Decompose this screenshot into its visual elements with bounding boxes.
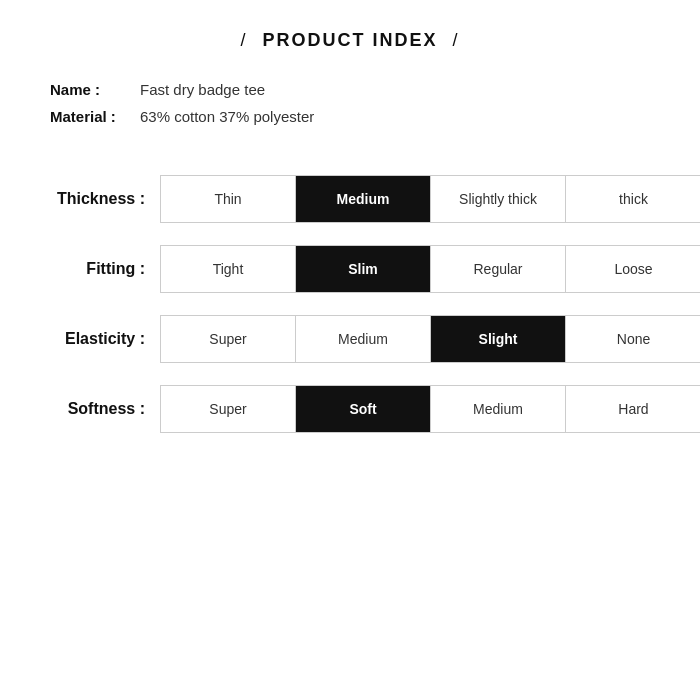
options-group-thickness: ThinMediumSlightly thickthick: [160, 175, 700, 223]
option-thickness-2[interactable]: Slightly thick: [431, 176, 566, 222]
title-text: PRODUCT INDEX: [262, 30, 437, 50]
material-value: 63% cotton 37% polyester: [140, 108, 314, 125]
option-elasticity-3[interactable]: None: [566, 316, 700, 362]
option-softness-2[interactable]: Medium: [431, 386, 566, 432]
index-label-elasticity: Elasticity :: [40, 330, 160, 348]
option-fitting-2[interactable]: Regular: [431, 246, 566, 292]
option-elasticity-2[interactable]: Slight: [431, 316, 566, 362]
name-row: Name : Fast dry badge tee: [50, 81, 660, 98]
option-thickness-0[interactable]: Thin: [161, 176, 296, 222]
option-softness-3[interactable]: Hard: [566, 386, 700, 432]
index-label-softness: Softness :: [40, 400, 160, 418]
option-softness-1[interactable]: Soft: [296, 386, 431, 432]
option-fitting-3[interactable]: Loose: [566, 246, 700, 292]
slash-left: /: [240, 30, 247, 50]
name-value: Fast dry badge tee: [140, 81, 265, 98]
index-label-fitting: Fitting :: [40, 260, 160, 278]
material-label: Material :: [50, 108, 140, 125]
index-row-softness: Softness :SuperSoftMediumHard: [40, 385, 660, 433]
options-group-softness: SuperSoftMediumHard: [160, 385, 700, 433]
option-thickness-3[interactable]: thick: [566, 176, 700, 222]
page-title: / PRODUCT INDEX /: [40, 30, 660, 51]
index-section: Thickness :ThinMediumSlightly thickthick…: [40, 175, 660, 433]
option-thickness-1[interactable]: Medium: [296, 176, 431, 222]
index-row-thickness: Thickness :ThinMediumSlightly thickthick: [40, 175, 660, 223]
name-label: Name :: [50, 81, 140, 98]
material-row: Material : 63% cotton 37% polyester: [50, 108, 660, 125]
options-group-fitting: TightSlimRegularLoose: [160, 245, 700, 293]
index-row-fitting: Fitting :TightSlimRegularLoose: [40, 245, 660, 293]
slash-right: /: [453, 30, 460, 50]
page-container: / PRODUCT INDEX / Name : Fast dry badge …: [0, 0, 700, 695]
option-elasticity-0[interactable]: Super: [161, 316, 296, 362]
options-group-elasticity: SuperMediumSlightNone: [160, 315, 700, 363]
index-label-thickness: Thickness :: [40, 190, 160, 208]
index-row-elasticity: Elasticity :SuperMediumSlightNone: [40, 315, 660, 363]
option-softness-0[interactable]: Super: [161, 386, 296, 432]
option-fitting-1[interactable]: Slim: [296, 246, 431, 292]
option-fitting-0[interactable]: Tight: [161, 246, 296, 292]
option-elasticity-1[interactable]: Medium: [296, 316, 431, 362]
info-section: Name : Fast dry badge tee Material : 63%…: [40, 81, 660, 135]
